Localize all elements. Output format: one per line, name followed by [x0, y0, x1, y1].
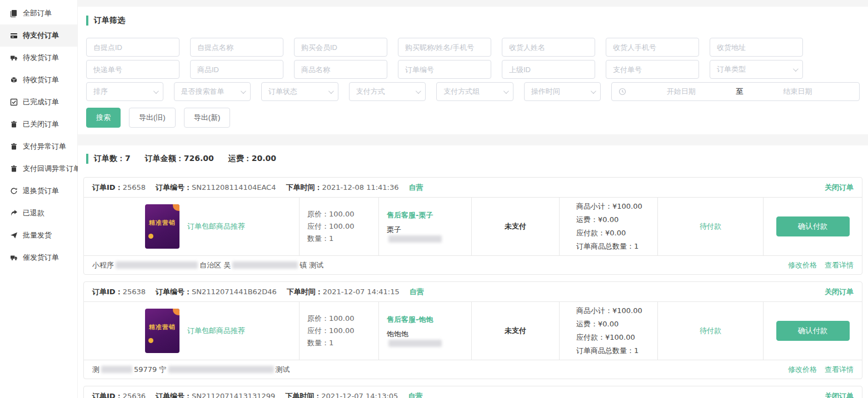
buyer-nickname-input[interactable]	[398, 38, 491, 57]
quantity: 数量：1	[307, 233, 378, 245]
sidebar-item-label: 批量发货	[23, 230, 52, 240]
sidebar-item-label: 待支付订单	[23, 31, 59, 41]
orders-callback-error-icon	[10, 165, 18, 173]
sidebar-item-refunded[interactable]: 已退款	[0, 202, 77, 224]
main-content: 订单筛选 订单类型	[78, 0, 868, 398]
freight-amount: 运费：¥0.00	[576, 318, 657, 331]
sidebar-item-all-orders[interactable]: 全部订单	[0, 2, 77, 24]
search-button[interactable]: 搜索	[86, 108, 121, 128]
close-order-link[interactable]: 关闭订单	[825, 391, 854, 398]
confirm-payment-button[interactable]: 确认付款	[776, 321, 850, 341]
sidebar-item-to-ship-orders[interactable]: 待发货订单	[0, 47, 77, 69]
order-card-header: 订单ID：25658 订单编号：SN211208114104EAC4 下单时间：…	[84, 178, 862, 198]
start-date-placeholder[interactable]: 开始日期	[626, 87, 736, 97]
goods-subtotal: 商品小计：¥100.00	[576, 304, 657, 318]
payment-sn-input[interactable]	[606, 60, 699, 79]
order-card-footer: 小程序 自治区 吴 镇 测试 修改价格 查看详情	[84, 255, 862, 274]
product-id-input[interactable]	[190, 60, 283, 79]
payment-method-select[interactable]: 支付方式	[349, 82, 426, 101]
payable-price: 应付：100.00	[307, 220, 378, 233]
order-type-select[interactable]: 订单类型	[710, 60, 803, 79]
sidebar-item-label: 已关闭订单	[23, 119, 59, 129]
sidebar-item-label: 支付异常订单	[23, 142, 66, 152]
price-column: 原价：100.00 应付：100.00 数量：1	[300, 302, 379, 360]
original-price: 原价：100.00	[307, 208, 378, 220]
pickup-point-name-input[interactable]	[190, 38, 283, 57]
order-id-value: 25636	[123, 392, 146, 398]
tracking-number-input[interactable]	[86, 60, 179, 79]
sort-select[interactable]: 排序	[86, 82, 163, 101]
close-order-link[interactable]: 关闭订单	[825, 287, 854, 297]
batch-ship-icon	[10, 231, 18, 239]
order-card-body: 精准营销 订单包邮商品推荐 原价：100.00 应付：100.00 数量：1 售…	[84, 198, 862, 255]
sidebar-item-label: 已完成订单	[23, 97, 59, 107]
receiver-name-input[interactable]	[502, 38, 595, 57]
price-column: 原价：100.00 应付：100.00 数量：1	[300, 198, 379, 255]
order-sn-input[interactable]	[398, 60, 491, 79]
sidebar-item-pending-payment-orders[interactable]: 待支付订单	[0, 24, 77, 47]
chevron-down-icon	[793, 66, 799, 72]
date-range-picker[interactable]: 开始日期 至 结束日期	[611, 82, 860, 101]
sidebar-item-return-exchange-orders[interactable]: 退换货订单	[0, 180, 77, 202]
edit-price-link[interactable]: 修改价格	[788, 365, 817, 375]
service-agent-link[interactable]: 售后客服-饱饱	[387, 315, 471, 325]
payment-status: 未支付	[505, 221, 526, 231]
order-amount: 订单金额：726.00	[145, 154, 214, 164]
pickup-point-id-input[interactable]	[86, 38, 179, 57]
order-sn-value: SN2112071441B62D46	[192, 288, 277, 296]
sidebar-item-to-receive-orders[interactable]: 待收货订单	[0, 69, 77, 91]
parent-id-input[interactable]	[502, 60, 595, 79]
redacted-phone	[388, 340, 442, 347]
export-old-button[interactable]: 导出(旧)	[129, 108, 176, 128]
customer-service-column: 售后客服-栗子 栗子	[379, 198, 472, 255]
confirm-payment-button[interactable]: 确认付款	[776, 216, 850, 236]
operate-time-select[interactable]: 操作时间	[524, 82, 601, 101]
original-price: 原价：100.00	[307, 313, 378, 325]
product-name-input[interactable]	[294, 60, 387, 79]
sidebar-item-payment-error-orders[interactable]: 支付异常订单	[0, 135, 77, 158]
sidebar-item-closed-orders[interactable]: 已关闭订单	[0, 113, 77, 135]
order-id-label: 订单ID：	[92, 288, 123, 296]
filter-row-2: 订单类型	[86, 60, 860, 79]
address-segment: 自治区 吴	[199, 260, 231, 270]
sidebar-item-label: 支付回调异常订单	[23, 164, 81, 174]
customer-service-column: 售后客服-饱饱 饱饱饱	[379, 302, 472, 360]
close-order-link[interactable]: 关闭订单	[825, 183, 854, 193]
action-column: 确认付款	[764, 302, 862, 360]
first-order-select[interactable]: 是否搜索首单	[174, 82, 251, 101]
product-name-link[interactable]: 订单包邮商品推荐	[187, 221, 245, 231]
receiver-address-input[interactable]	[710, 38, 803, 57]
edit-price-link[interactable]: 修改价格	[788, 260, 817, 270]
sidebar-item-urge-ship-orders[interactable]: 催发货订单	[0, 246, 77, 269]
product-name-link[interactable]: 订单包邮商品推荐	[187, 326, 245, 336]
sidebar-item-label: 已退款	[23, 208, 44, 218]
order-sn-label: 订单编号：	[156, 183, 192, 192]
product-thumbnail: 精准营销	[145, 204, 179, 249]
orders-closed-icon	[10, 120, 18, 128]
payment-method-group-select[interactable]: 支付方式组	[436, 82, 513, 101]
orders-return-icon	[10, 187, 18, 195]
total-quantity: 订单商品总数量：1	[576, 344, 657, 357]
view-detail-link[interactable]: 查看详情	[825, 365, 854, 375]
orders-urge-ship-icon	[10, 254, 18, 261]
buyer-member-id-input[interactable]	[294, 38, 387, 57]
sidebar-item-label: 待发货订单	[23, 53, 59, 63]
payment-status-column: 未支付	[472, 198, 560, 255]
product-column: 精准营销 订单包邮商品推荐	[84, 198, 300, 255]
sidebar-item-completed-orders[interactable]: 已完成订单	[0, 91, 77, 113]
export-new-button[interactable]: 导出(新)	[184, 108, 231, 128]
sidebar-item-payment-callback-error-orders[interactable]: 支付回调异常订单	[0, 158, 77, 180]
address-segment: 测试	[276, 365, 290, 375]
view-detail-link[interactable]: 查看详情	[825, 260, 854, 270]
total-quantity: 订单商品总数量：1	[576, 240, 657, 253]
order-time-label: 下单时间：	[287, 288, 323, 296]
end-date-placeholder[interactable]: 结束日期	[743, 87, 852, 97]
redacted-address	[116, 261, 198, 269]
sidebar-item-batch-ship[interactable]: 批量发货	[0, 224, 77, 246]
totals-column: 商品小计：¥100.00 运费：¥0.00 应付款：¥0.00 订单商品总数量：…	[560, 198, 658, 255]
sidebar-item-label: 待收货订单	[23, 75, 59, 85]
service-agent-link[interactable]: 售后客服-栗子	[387, 210, 471, 220]
freight-amount: 运费：¥0.00	[576, 213, 657, 226]
order-status-select[interactable]: 订单状态	[261, 82, 338, 101]
receiver-phone-input[interactable]	[606, 38, 699, 57]
